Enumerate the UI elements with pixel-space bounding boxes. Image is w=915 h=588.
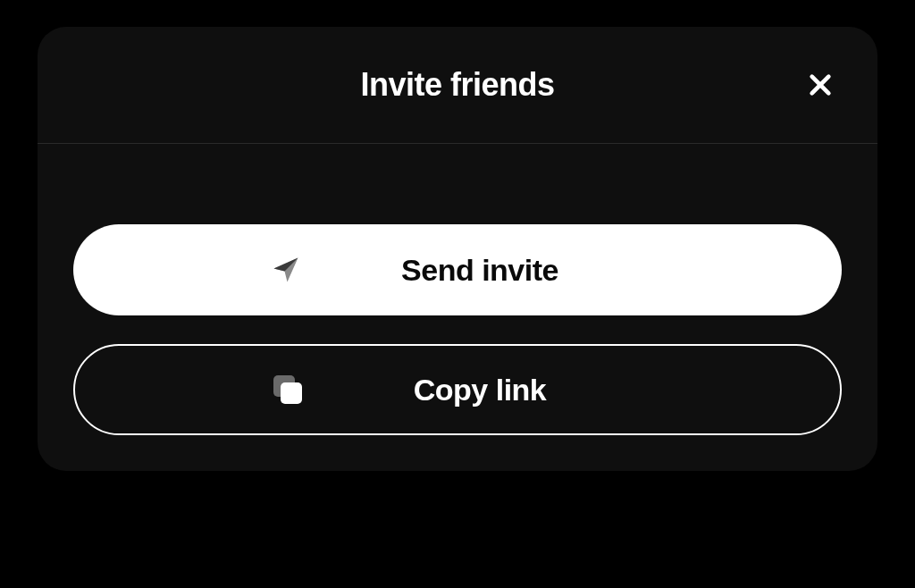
- dialog-title: Invite friends: [360, 66, 554, 104]
- dialog-body: Send invite Copy link: [38, 144, 877, 471]
- close-icon: [806, 71, 835, 99]
- copy-link-label: Copy link: [414, 373, 547, 407]
- copy-link-button[interactable]: Copy link: [73, 344, 842, 435]
- dialog-header: Invite friends: [38, 27, 877, 144]
- invite-friends-dialog: Invite friends Send invite: [38, 27, 877, 471]
- close-button[interactable]: [799, 63, 842, 106]
- send-invite-label: Send invite: [401, 253, 558, 288]
- send-icon: [270, 254, 302, 286]
- copy-icon: [272, 374, 304, 406]
- send-invite-button[interactable]: Send invite: [73, 224, 842, 315]
